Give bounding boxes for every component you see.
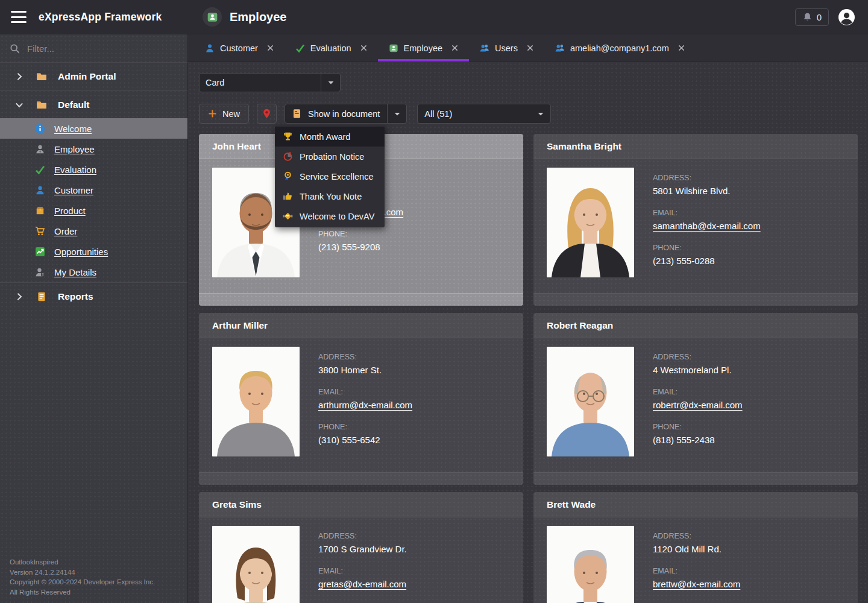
close-icon[interactable] bbox=[267, 45, 274, 51]
show-in-document-button[interactable]: Show in document bbox=[285, 104, 407, 124]
menu-item-thank-you-note[interactable]: Thank You Note bbox=[275, 186, 385, 206]
phone-value: (310) 555-6542 bbox=[318, 435, 412, 445]
chevron-down-icon[interactable] bbox=[387, 104, 406, 123]
employee-details: ADDRESS:1700 S Grandview Dr.EMAIL:gretas… bbox=[318, 526, 407, 603]
notifications-button[interactable]: 0 bbox=[795, 8, 829, 26]
address-value: 1700 S Grandview Dr. bbox=[318, 544, 407, 554]
address-value: 4 Westmoreland Pl. bbox=[653, 365, 743, 375]
sidebar-group-reports[interactable]: Reports bbox=[0, 282, 187, 310]
thumbs-up-icon bbox=[283, 191, 293, 201]
address-value: 3800 Homer St. bbox=[318, 365, 412, 375]
employee-card-samantha-bright[interactable]: Samantha BrightADDRESS:5801 Wilshire Blv… bbox=[533, 134, 858, 306]
sidebar-item-welcome[interactable]: Welcome bbox=[0, 118, 187, 139]
main-area: CustomerEvaluationEmployeeUsersameliah@c… bbox=[188, 34, 868, 603]
menu-item-service-excellence[interactable]: Service Excellence bbox=[275, 166, 385, 186]
users-group-icon bbox=[480, 43, 489, 53]
sidebar-item-label: Employee bbox=[54, 144, 95, 154]
field-email: EMAIL:gretas@dx-email.com bbox=[318, 567, 407, 589]
employee-details: ADDRESS:4 Westmoreland Pl.EMAIL:robertr@… bbox=[653, 347, 743, 472]
tab-ameliah-company1-com[interactable]: ameliah@company1.com bbox=[544, 34, 696, 62]
tab-evaluation[interactable]: Evaluation bbox=[285, 34, 378, 62]
sidebar-item-product[interactable]: Product bbox=[0, 200, 187, 221]
plus-icon bbox=[208, 109, 217, 118]
search-icon bbox=[10, 43, 20, 54]
field-address: ADDRESS:1700 S Grandview Dr. bbox=[318, 532, 407, 554]
sidebar-group-default[interactable]: Default bbox=[0, 90, 187, 118]
sidebar-item-employee[interactable]: Employee bbox=[0, 139, 187, 159]
tab-label: Customer bbox=[220, 43, 258, 53]
employee-person-icon bbox=[35, 144, 45, 154]
sidebar-item-evaluation[interactable]: Evaluation bbox=[0, 159, 187, 180]
field-address: ADDRESS:3800 Homer St. bbox=[318, 353, 412, 375]
tab-users[interactable]: Users bbox=[469, 34, 544, 62]
sidebar-item-customer[interactable]: Customer bbox=[0, 180, 187, 200]
hamburger-menu-button[interactable] bbox=[11, 11, 27, 23]
view-mode-select[interactable]: Card bbox=[199, 73, 341, 92]
employee-card-name: Samantha Bright bbox=[533, 134, 858, 159]
email-value[interactable]: samanthab@dx-email.com bbox=[653, 221, 761, 231]
toolbar: New Show in document All (51) bbox=[199, 104, 858, 124]
tab-customer[interactable]: Customer bbox=[194, 34, 285, 62]
address-value: 5801 Wilshire Blvd. bbox=[653, 186, 761, 196]
map-pin-button[interactable] bbox=[257, 104, 277, 124]
address-label: ADDRESS: bbox=[318, 532, 407, 540]
close-icon[interactable] bbox=[527, 45, 533, 51]
menu-item-month-award[interactable]: Month Award bbox=[275, 127, 385, 147]
app-version-line: OutlookInspired bbox=[10, 557, 155, 567]
tab-label: ameliah@company1.com bbox=[570, 43, 669, 53]
employee-card-body: ADDRESS:5801 Wilshire Blvd.EMAIL:samanth… bbox=[533, 159, 858, 293]
field-phone: PHONE:(818) 555-2438 bbox=[653, 423, 743, 445]
employee-details: ADDRESS:1120 Old Mill Rd.EMAIL:brettw@dx… bbox=[653, 526, 740, 603]
opportunities-chart-icon bbox=[35, 247, 45, 257]
sidebar-item-label: Opportunities bbox=[54, 247, 108, 257]
sidebar-item-opportunities[interactable]: Opportunities bbox=[0, 241, 187, 262]
field-address: ADDRESS:4 Westmoreland Pl. bbox=[653, 353, 743, 375]
employee-card-brett-wade[interactable]: Brett WadeADDRESS:1120 Old Mill Rd.EMAIL… bbox=[533, 492, 858, 603]
employee-card-greta-sims[interactable]: Greta SimsADDRESS:1700 S Grandview Dr.EM… bbox=[199, 492, 523, 603]
menu-item-probation-notice[interactable]: Probation Notice bbox=[275, 147, 385, 166]
email-value[interactable]: brettw@dx-email.com bbox=[653, 579, 740, 589]
app-version-line: Version 24.1.2.24144 bbox=[10, 567, 155, 578]
phone-value: (213) 555-9208 bbox=[318, 242, 403, 252]
close-icon[interactable] bbox=[360, 45, 367, 51]
email-value[interactable]: robertr@dx-email.com bbox=[653, 400, 743, 410]
employee-card-name: Arthur Miller bbox=[199, 313, 523, 338]
sidebar-item-label: Order bbox=[54, 226, 77, 236]
new-button[interactable]: New bbox=[199, 104, 249, 124]
address-value: 1120 Old Mill Rd. bbox=[653, 544, 740, 554]
sidebar-item-order[interactable]: Order bbox=[0, 221, 187, 241]
employee-card-robert-reagan[interactable]: Robert ReaganADDRESS:4 Westmoreland Pl.E… bbox=[533, 313, 858, 485]
menu-item-label: Month Award bbox=[300, 132, 350, 142]
sidebar-group-admin-portal[interactable]: Admin Portal bbox=[0, 63, 187, 90]
email-label: EMAIL: bbox=[318, 388, 412, 396]
menu-item-welcome-to-devav[interactable]: Welcome to DevAV bbox=[275, 206, 385, 226]
user-avatar-icon[interactable] bbox=[838, 9, 855, 25]
email-value[interactable]: gretas@dx-email.com bbox=[318, 579, 407, 589]
app-version-line: All Rights Reserved bbox=[10, 587, 155, 598]
employee-photo bbox=[212, 347, 300, 456]
sidebar-item-label: Evaluation bbox=[54, 165, 96, 175]
chevron-down-icon bbox=[14, 100, 24, 110]
medal-icon bbox=[283, 171, 293, 182]
email-value[interactable]: arthurm@dx-email.com bbox=[318, 400, 412, 410]
sidebar-item-label: Product bbox=[54, 206, 86, 216]
chevron-down-icon[interactable] bbox=[321, 74, 340, 92]
employee-badge-icon bbox=[389, 43, 398, 53]
close-icon[interactable] bbox=[451, 45, 458, 51]
sidebar-item-my-details[interactable]: My Details bbox=[0, 262, 187, 282]
email-label: EMAIL: bbox=[318, 567, 407, 575]
records-filter-select[interactable]: All (51) bbox=[417, 104, 551, 124]
app-root: eXpressApp Framework Employee 0 Admin Po… bbox=[0, 0, 868, 603]
employee-card-arthur-miller[interactable]: Arthur MillerADDRESS:3800 Homer St.EMAIL… bbox=[199, 313, 523, 485]
employee-photo bbox=[212, 526, 300, 603]
tab-bar: CustomerEvaluationEmployeeUsersameliah@c… bbox=[188, 34, 868, 62]
phone-label: PHONE: bbox=[653, 244, 761, 252]
topbar-left: eXpressApp Framework bbox=[0, 11, 188, 24]
filter-input[interactable] bbox=[27, 43, 178, 54]
chevron-down-icon[interactable] bbox=[531, 104, 550, 123]
close-icon[interactable] bbox=[678, 45, 685, 51]
customer-person-icon bbox=[205, 43, 215, 53]
tab-employee[interactable]: Employee bbox=[378, 34, 469, 62]
menu-item-label: Welcome to DevAV bbox=[300, 212, 374, 221]
check-icon bbox=[35, 165, 45, 175]
